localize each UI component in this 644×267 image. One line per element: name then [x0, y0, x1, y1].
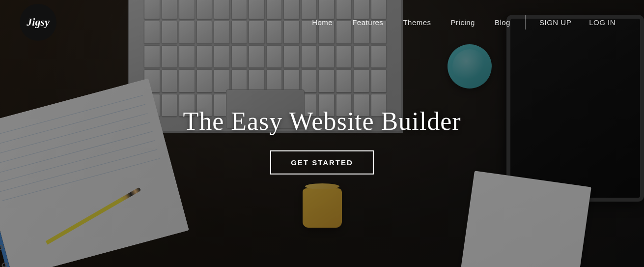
logo-text: Jigsy	[27, 16, 49, 29]
hero-section: Jigsy Home Features Themes Pricing Blog …	[0, 0, 644, 267]
nav-features[interactable]: Features	[342, 18, 393, 27]
nav-home[interactable]: Home	[302, 18, 342, 27]
nav-themes[interactable]: Themes	[393, 18, 441, 27]
hero-content: The Easy Website Builder GET STARTED	[183, 106, 461, 174]
nav-blog[interactable]: Blog	[485, 18, 520, 27]
nav-pricing[interactable]: Pricing	[441, 18, 485, 27]
nav-signup[interactable]: SIGN UP	[531, 18, 580, 27]
hero-title: The Easy Website Builder	[183, 106, 461, 135]
logo[interactable]: Jigsy	[20, 4, 56, 41]
cta-button[interactable]: GET STARTED	[270, 150, 374, 174]
nav-links: Home Features Themes Pricing Blog SIGN U…	[302, 15, 624, 30]
navbar: Jigsy Home Features Themes Pricing Blog …	[0, 0, 644, 44]
nav-login[interactable]: LOG IN	[580, 18, 624, 27]
nav-divider	[525, 15, 526, 30]
